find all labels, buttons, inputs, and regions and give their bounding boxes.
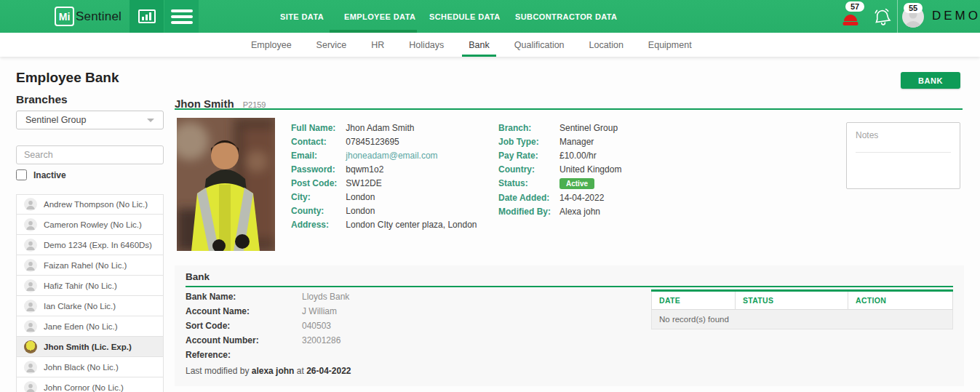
photo-avatar [24,340,37,353]
detail-value-job-type: Manager [559,137,621,147]
detail-value-address: London CIty center plaza, London [346,220,477,230]
alarm-siren-icon[interactable] [842,9,859,27]
employee-name: Jhon Smith (Lic. Exp.) [44,343,132,351]
detail-value-full-name: Jhon Adam Smith [346,123,477,133]
bank-field-label: Account Number: [186,335,302,345]
detail-value-county: London [346,206,477,216]
bank-field-label: Bank Name: [186,292,302,302]
detail-label: Post Code: [291,178,337,188]
detail-label: Job Type: [498,137,551,147]
logo-text: Sentinel [76,9,121,24]
list-item-cameron-rowley[interactable]: Cameron Rowley (No Lic.) [16,215,164,235]
detail-value-email[interactable]: jhoneadam@email.com [346,151,477,161]
notes-placeholder: Notes [856,130,878,140]
list-item-john-cornor[interactable]: John Cornor (No Lic.) [16,377,164,392]
detail-label: County: [291,206,337,216]
employee-photo [177,118,275,251]
tab-equipment[interactable]: Equipment [636,33,704,57]
empty-table-message: No record(s) found [652,310,953,329]
search-input[interactable] [16,145,164,164]
last-modified-date: 26-04-2022 [306,366,351,376]
user-name[interactable]: DEMO [932,9,980,23]
employee-name: Faizan Rahel (No Lic.) [44,261,127,270]
tab-service[interactable]: Service [304,33,359,57]
employee-name: Ian Clarke (No Lic.) [44,302,116,311]
app-root: Mi Sentinel SITE DATA EMPLOYEE DATA SCHE… [0,0,980,392]
branch-select-value: Sentinel Group [25,115,86,125]
page-title: Employee Bank [16,70,119,86]
person-icon [24,361,37,374]
app-logo[interactable]: Mi Sentinel [55,7,121,26]
column-header-status[interactable]: STATUS [736,291,848,310]
inactive-checkbox[interactable] [16,169,27,180]
nav-employee-data[interactable]: EMPLOYEE DATA [344,0,415,33]
list-item-demo-1234[interactable]: Demo 1234 (Exp. In 6460Ds) [16,235,164,255]
list-item-faizan-rahel[interactable]: Faizan Rahel (No Lic.) [16,255,164,276]
chevron-down-icon [147,119,154,122]
detail-label: City: [291,192,337,202]
menu-button[interactable] [164,0,199,33]
detail-value-country: United Kingdom [559,164,621,175]
detail-label: Branch: [498,123,551,133]
bank-field-label: Account Name: [186,306,302,316]
employee-details-right: Branch: Sentinel Group Job Type: Manager… [498,123,621,217]
tab-employee[interactable]: Employee [239,33,304,57]
column-header-date[interactable]: DATE [652,291,736,310]
bank-name-value: Lloyds Bank [302,292,349,302]
inactive-label[interactable]: Inactive [33,170,66,180]
employee-name: Demo 1234 (Exp. In 6460Ds) [44,241,152,249]
sort-code-value: 040503 [302,321,349,331]
tab-holidays[interactable]: Holidays [397,33,456,57]
last-modified-by: alexa john [252,366,295,376]
list-item-ian-clarke[interactable]: Ian Clarke (No Lic.) [16,296,164,316]
detail-label: Modified By: [498,207,551,217]
bank-button[interactable]: BANK [901,72,960,89]
list-item-jane-eden[interactable]: Jane Eden (No Lic.) [16,316,164,337]
list-item-john-black[interactable]: John Black (No Lic.) [16,357,164,377]
bank-field-label: Sort Code: [186,321,302,331]
dashboard-button[interactable] [130,0,164,33]
list-item-andrew-thompson[interactable]: Andrew Thompson (No Lic.) [16,194,164,215]
header-divider [175,108,963,110]
detail-label: Email: [291,151,337,161]
bank-section: Bank Bank Name: Lloyds Bank Account Name… [175,265,964,386]
branch-select[interactable]: Sentinel Group [16,111,164,129]
column-header-action[interactable]: ACTION [848,291,953,310]
bank-fields: Bank Name: Lloyds Bank Account Name: J W… [186,292,349,360]
table-row: No record(s) found [652,310,953,329]
person-icon [24,218,37,231]
hamburger-icon [171,9,193,24]
employee-name: Cameron Rowley (No Lic.) [44,220,142,229]
employee-subnav: Employee Service HR Holidays Bank Qualif… [0,33,980,57]
notes-textarea[interactable]: Notes [846,122,960,189]
employee-details-left: Full Name: Jhon Adam Smith Contact: 0784… [291,123,477,230]
branches-heading: Branches [16,93,68,106]
tab-hr[interactable]: HR [359,33,397,57]
nav-site-data[interactable]: SITE DATA [280,0,324,33]
person-icon [24,320,37,333]
top-navbar: Mi Sentinel SITE DATA EMPLOYEE DATA SCHE… [0,0,980,33]
detail-value-city: London [346,192,477,202]
detail-label: Full Name: [291,123,337,133]
detail-label: Contact: [291,137,337,147]
person-icon [24,239,37,252]
tab-bank[interactable]: Bank [456,33,502,57]
nav-schedule-data[interactable]: SCHEDULE DATA [429,0,501,33]
tab-qualification[interactable]: Qualification [502,33,577,57]
nav-subcontractor-data[interactable]: SUBCONTRACTOR DATA [515,0,617,33]
employee-name: John Black (No Lic.) [44,363,119,372]
list-item-jhon-smith[interactable]: Jhon Smith (Lic. Exp.) [16,337,164,357]
bank-field-label: Reference: [186,350,302,360]
detail-value-branch: Sentinel Group [559,123,621,133]
status-cell: Active [559,178,621,189]
last-modified-prefix: Last modified by [186,366,249,376]
person-icon [24,381,37,392]
alarm-count-badge: 57 [845,1,864,12]
list-item-hafiz-tahir[interactable]: Hafiz Tahir (No Lic.) [16,276,164,296]
logo-mi-mark: Mi [55,7,74,26]
last-modified-connector: at [297,366,304,376]
notification-bell-icon[interactable] [871,6,894,29]
tab-location[interactable]: Location [577,33,636,57]
detail-value-date-added: 14-04-2022 [559,193,621,203]
detail-label: Date Added: [498,193,551,203]
